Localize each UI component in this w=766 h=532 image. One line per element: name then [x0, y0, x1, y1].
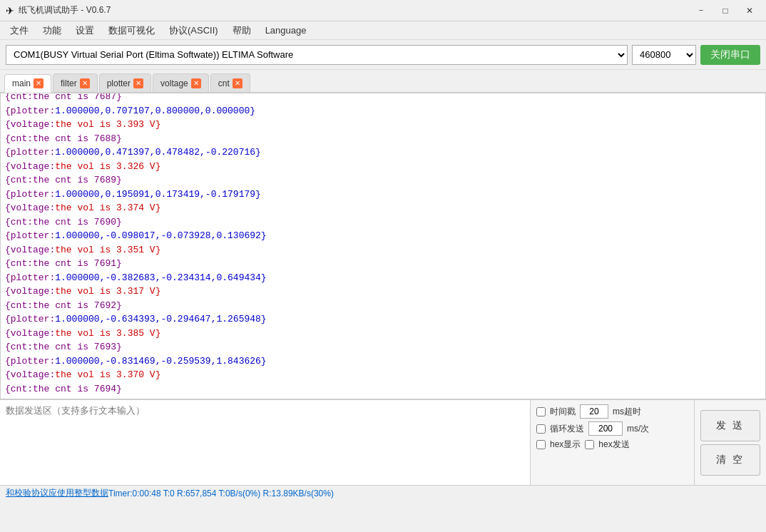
maximize-button[interactable]: □ — [715, 3, 736, 19]
status-bar: 和校验协议应使用整型数据 Timer:0:00:48 T:0 R:657,854… — [0, 485, 766, 501]
clear-button[interactable]: 清 空 — [700, 444, 760, 476]
send-button[interactable]: 发 送 — [700, 410, 760, 441]
log-area[interactable]: {cnt:the cnt is 7687}{plotter:1.000000,0… — [0, 93, 766, 399]
log-line: {plotter:1.000000,-0.831469,-0.259539,1.… — [5, 354, 761, 369]
menu-protocol[interactable]: 协议(ASCII) — [162, 21, 225, 39]
tab-cnt[interactable]: cnt ✕ — [210, 73, 250, 92]
tab-main[interactable]: main ✕ — [4, 74, 51, 93]
menu-bar: 文件 功能 设置 数据可视化 协议(ASCII) 帮助 Language — [0, 21, 766, 40]
title-bar-controls: － □ ✕ — [690, 3, 760, 19]
menu-language[interactable]: Language — [258, 21, 314, 39]
port-bar: COM1(BUSY Virtual Serial Port (Eltima So… — [0, 40, 766, 70]
tab-voltage[interactable]: voltage ✕ — [153, 73, 209, 92]
send-controls: 时间戳 ms超时 循环发送 ms/次 hex显示 hex发送 — [531, 400, 695, 485]
timeout-checkbox[interactable] — [536, 407, 546, 416]
log-line: {voltage:the vol is 3.317 V} — [5, 285, 761, 299]
log-line: {cnt:the cnt is 7692} — [5, 299, 761, 313]
log-line: {plotter:1.000000,0.471397,0.478482,-0.2… — [5, 145, 761, 160]
status-link[interactable]: 和校验协议应使用整型数据 — [6, 487, 108, 499]
hex-display-checkbox[interactable] — [536, 440, 546, 449]
timeout-label: 时间戳 — [550, 406, 576, 418]
hex-send-label: hex发送 — [598, 439, 629, 451]
loop-unit: ms/次 — [627, 423, 649, 435]
log-line: {voltage:the vol is 3.393 V} — [5, 118, 761, 132]
loop-value[interactable] — [588, 421, 623, 436]
log-line: {cnt:the cnt is 7694} — [5, 382, 761, 397]
bottom-area: 时间戳 ms超时 循环发送 ms/次 hex显示 hex发送 发 送 清 空 — [0, 399, 766, 485]
hex-send-checkbox[interactable] — [585, 440, 594, 449]
timeout-row: 时间戳 ms超时 — [536, 404, 688, 419]
tab-main-close[interactable]: ✕ — [34, 78, 44, 88]
tabs-bar: main ✕ filter ✕ plotter ✕ voltage ✕ cnt … — [0, 70, 766, 93]
tab-plotter[interactable]: plotter ✕ — [99, 73, 151, 92]
menu-visualization[interactable]: 数据可视化 — [101, 21, 162, 39]
send-text-input[interactable] — [0, 400, 531, 485]
log-line: {plotter:1.000000,0.707107,0.800000,0.00… — [5, 104, 761, 118]
log-line: {voltage:the vol is 3.370 V} — [5, 368, 761, 382]
port-select[interactable]: COM1(BUSY Virtual Serial Port (Eltima So… — [6, 45, 628, 65]
log-line: {plotter:1.000000,0.195091,0.173419,-0.1… — [5, 188, 761, 202]
close-button[interactable]: ✕ — [739, 3, 760, 19]
log-line: {cnt:the cnt is 7693} — [5, 340, 761, 354]
tab-plotter-label: plotter — [107, 78, 131, 88]
app-icon: ✈ — [6, 5, 14, 16]
log-line: {plotter:1.000000,-0.634393,-0.294647,1.… — [5, 312, 761, 327]
close-port-button[interactable]: 关闭串口 — [700, 45, 760, 65]
loop-checkbox[interactable] — [536, 424, 546, 434]
menu-help[interactable]: 帮助 — [225, 21, 258, 39]
tab-filter[interactable]: filter ✕ — [53, 73, 98, 92]
tab-voltage-label: voltage — [160, 78, 188, 88]
log-line: {voltage:the vol is 3.326 V} — [5, 160, 761, 174]
log-line: {plotter:1.000000,-0.382683,-0.234314,0.… — [5, 271, 761, 285]
title-bar-left: ✈ 纸飞机调试助手 - V0.6.7 — [6, 4, 111, 16]
log-line: {plotter:1.000000,-0.098017,-0.073928,0.… — [5, 229, 761, 243]
menu-file[interactable]: 文件 — [3, 21, 36, 39]
title-bar: ✈ 纸飞机调试助手 - V0.6.7 － □ ✕ — [0, 0, 766, 21]
loop-row: 循环发送 ms/次 — [536, 421, 688, 436]
tab-plotter-close[interactable]: ✕ — [133, 78, 143, 88]
log-line: {voltage:the vol is 3.351 V} — [5, 243, 761, 257]
app-title: 纸飞机调试助手 - V0.6.7 — [19, 4, 111, 16]
status-stats: Timer:0:00:48 T:0 R:657,854 T:0B/s(0%) R… — [108, 488, 334, 498]
tab-filter-close[interactable]: ✕ — [80, 78, 90, 88]
log-line: {cnt:the cnt is 7690} — [5, 215, 761, 230]
timeout-unit: ms超时 — [613, 406, 641, 418]
baud-select[interactable]: 9600 19200 38400 57600 115200 230400 460… — [632, 45, 696, 65]
tab-filter-label: filter — [61, 78, 77, 88]
tab-main-label: main — [12, 78, 31, 88]
timeout-value[interactable] — [580, 404, 608, 419]
minimize-button[interactable]: － — [690, 3, 712, 19]
tab-cnt-close[interactable]: ✕ — [233, 78, 242, 88]
log-line: {cnt:the cnt is 7687} — [5, 93, 761, 104]
menu-function[interactable]: 功能 — [36, 21, 68, 39]
log-line: {cnt:the cnt is 7688} — [5, 132, 761, 146]
hex-row: hex显示 hex发送 — [536, 439, 688, 451]
log-line: {cnt:the cnt is 7691} — [5, 257, 761, 271]
hex-display-label: hex显示 — [550, 439, 581, 451]
menu-settings[interactable]: 设置 — [68, 21, 101, 39]
log-line: {voltage:the vol is 3.374 V} — [5, 201, 761, 215]
loop-label: 循环发送 — [550, 423, 584, 435]
send-buttons: 发 送 清 空 — [695, 400, 766, 485]
tab-cnt-label: cnt — [218, 78, 230, 88]
log-line: {cnt:the cnt is 7689} — [5, 173, 761, 188]
tab-voltage-close[interactable]: ✕ — [191, 78, 201, 88]
log-line: {voltage:the vol is 3.385 V} — [5, 327, 761, 341]
